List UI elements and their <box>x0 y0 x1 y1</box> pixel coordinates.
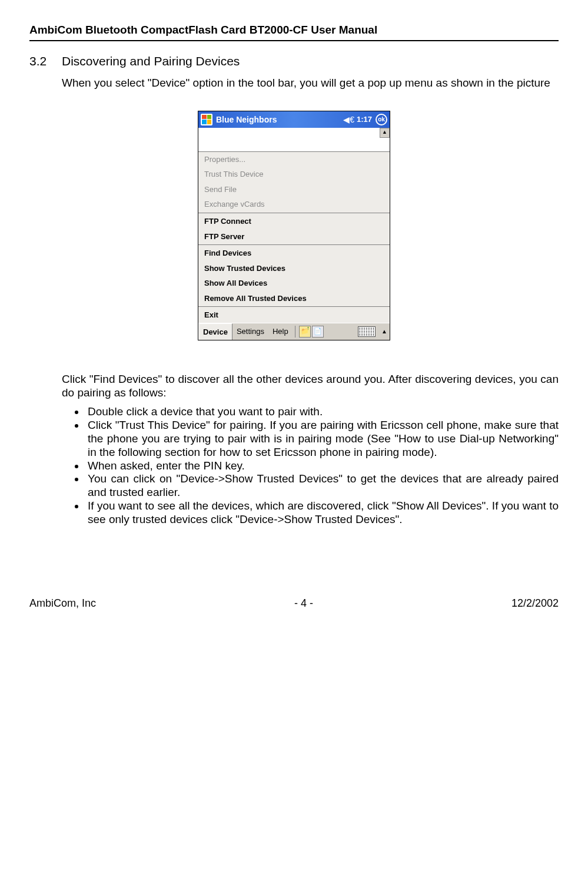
list-item: If you want to see all the devices, whic… <box>85 499 559 527</box>
menu-exchange-vcards[interactable]: Exchange vCards <box>198 197 390 212</box>
menu-separator <box>198 213 390 213</box>
start-icon[interactable] <box>201 114 212 125</box>
menu-send-file[interactable]: Send File <box>198 182 390 197</box>
list-item: Double click a device that you want to p… <box>85 405 559 419</box>
scrollbar-up-icon[interactable]: ▲ <box>380 128 390 138</box>
paragraph-intro: When you select "Device" option in the t… <box>62 77 559 90</box>
device-screenshot: Blue Neighbors ◀€ 1:17 ok ▲ Properties..… <box>198 111 390 340</box>
toolbar-settings[interactable]: Settings <box>232 323 268 340</box>
menu-separator <box>198 244 390 245</box>
title-bar: Blue Neighbors ◀€ 1:17 ok <box>198 111 390 128</box>
menu-trust-device[interactable]: Trust This Device <box>198 167 390 182</box>
paragraph-click-find: Click "Find Devices" to discover all the… <box>62 373 559 400</box>
section-title: Discovering and Pairing Devices <box>62 54 240 68</box>
folder-up-icon[interactable]: 📁↑ <box>299 326 311 338</box>
menu-ftp-connect[interactable]: FTP Connect <box>198 214 390 229</box>
toolbar-separator <box>295 326 295 338</box>
content-area: ▲ <box>198 128 390 151</box>
device-menu: Properties... Trust This Device Send Fil… <box>198 151 390 323</box>
menu-find-devices[interactable]: Find Devices <box>198 246 390 261</box>
header-divider <box>29 40 559 41</box>
menu-ftp-server[interactable]: FTP Server <box>198 229 390 244</box>
instruction-list: Double click a device that you want to p… <box>62 405 559 526</box>
toolbar-help[interactable]: Help <box>268 323 293 340</box>
footer-page-number: - 4 - <box>294 597 313 610</box>
menu-properties[interactable]: Properties... <box>198 152 390 167</box>
list-item: When asked, enter the PIN key. <box>85 459 559 473</box>
speaker-icon[interactable]: ◀€ <box>343 115 354 124</box>
header-title: AmbiCom Bluetooth CompactFlash Card BT20… <box>29 24 559 37</box>
menu-remove-trusted[interactable]: Remove All Trusted Devices <box>198 291 390 306</box>
footer-date: 12/2/2002 <box>511 597 559 610</box>
footer-company: AmbiCom, Inc <box>29 597 96 610</box>
window-title: Blue Neighbors <box>216 115 343 124</box>
list-item: You can click on "Device->Show Trusted D… <box>85 472 559 499</box>
toolbar-device[interactable]: Device <box>198 323 232 340</box>
list-item: Click "Trust This Device" for pairing. I… <box>85 419 559 459</box>
section-number: 3.2 <box>29 54 62 68</box>
menu-exit[interactable]: Exit <box>198 307 390 323</box>
keyboard-icon[interactable] <box>358 326 376 337</box>
document-icon[interactable]: 📄 <box>312 326 324 338</box>
menu-separator <box>198 306 390 307</box>
page-footer: AmbiCom, Inc - 4 - 12/2/2002 <box>29 597 559 610</box>
clock-time[interactable]: 1:17 <box>357 115 372 124</box>
section-heading: 3.2 Discovering and Pairing Devices <box>29 54 559 68</box>
menu-show-all[interactable]: Show All Devices <box>198 276 390 291</box>
menu-show-trusted[interactable]: Show Trusted Devices <box>198 261 390 276</box>
keyboard-arrow-icon[interactable]: ▲ <box>381 328 387 335</box>
screenshot-container: Blue Neighbors ◀€ 1:17 ok ▲ Properties..… <box>29 111 559 340</box>
ok-button[interactable]: ok <box>376 114 387 125</box>
bottom-toolbar: Device Settings Help 📁↑ 📄 ▲ <box>198 323 390 340</box>
